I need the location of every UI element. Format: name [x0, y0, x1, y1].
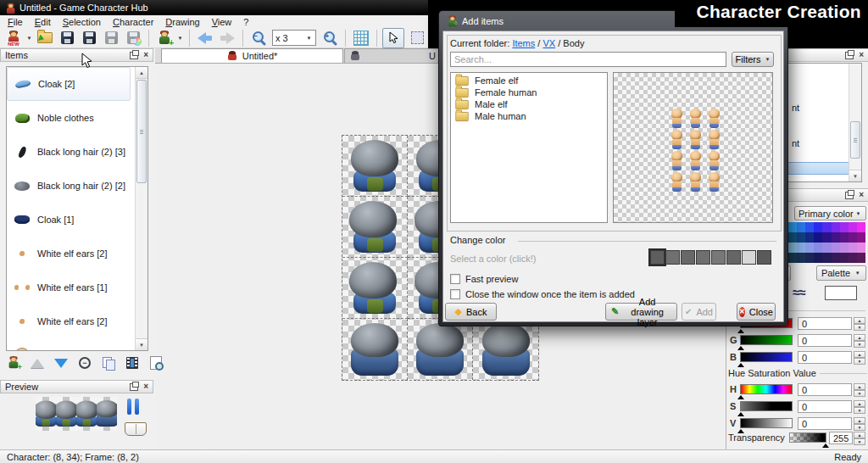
add-drawing-layer-button[interactable]: ✎ Add drawing layer — [605, 303, 677, 321]
color-swatch[interactable] — [665, 250, 680, 265]
palette-color[interactable] — [822, 253, 831, 263]
new-dropdown-caret[interactable]: ▼ — [25, 36, 33, 41]
breadcrumb-link-items[interactable]: Items — [512, 38, 535, 48]
item-row[interactable]: White elf ears [1] — [7, 271, 134, 304]
new-character-button[interactable]: NEW — [3, 29, 24, 47]
palette-color[interactable] — [832, 232, 840, 243]
menu-item[interactable]: Drawing — [159, 16, 205, 28]
palette-color[interactable] — [797, 243, 805, 253]
float-panel-icon[interactable] — [845, 52, 854, 59]
palette-color[interactable] — [832, 243, 840, 253]
scroll-up-icon[interactable]: ▲ — [136, 67, 147, 79]
zoom-out-button[interactable]: − — [248, 29, 269, 47]
palette-color[interactable] — [797, 253, 805, 263]
current-color-swatch[interactable] — [825, 286, 857, 300]
slider-marker[interactable] — [737, 412, 744, 416]
slider-bar[interactable] — [740, 384, 793, 394]
palette-color[interactable] — [788, 232, 797, 243]
menu-item[interactable]: Edit — [29, 16, 57, 28]
slider-value[interactable]: 0 — [798, 317, 852, 330]
back-button[interactable]: ◆ Back — [445, 303, 497, 321]
palette-color[interactable] — [840, 222, 849, 232]
zoom-in-button[interactable]: + — [320, 29, 340, 47]
spinner[interactable]: ▲▼ — [854, 334, 865, 348]
palette-color[interactable] — [849, 232, 857, 243]
frames-button[interactable] — [124, 354, 141, 371]
close-panel-icon[interactable]: × — [859, 51, 864, 59]
export-button[interactable] — [123, 29, 143, 47]
slider-marker[interactable] — [822, 443, 829, 448]
move-item-down-button[interactable] — [53, 354, 70, 371]
filters-button[interactable]: Filters ▼ — [732, 52, 774, 67]
slider-value[interactable]: 0 — [798, 383, 852, 396]
float-panel-icon[interactable] — [845, 192, 854, 199]
item-row[interactable]: Black long hair (2) [3] — [7, 135, 134, 169]
color-swatch[interactable] — [742, 250, 756, 265]
palette-color[interactable] — [805, 232, 814, 243]
tool-cursor[interactable] — [382, 28, 404, 48]
breadcrumb-link-vx[interactable]: VX — [542, 38, 555, 48]
add-item-button[interactable]: + — [5, 354, 22, 371]
palette-color[interactable] — [814, 243, 822, 253]
palette-color[interactable] — [840, 243, 849, 253]
spinner[interactable]: ▲▼ — [854, 351, 865, 365]
spinner[interactable]: ▲▼ — [854, 417, 865, 431]
palette-color[interactable] — [797, 232, 805, 243]
folder-list[interactable]: Female elf Female human Male elf Male hu… — [450, 72, 608, 223]
slider-bar[interactable] — [740, 401, 793, 411]
add-character-caret[interactable]: ▼ — [176, 36, 184, 41]
spinner[interactable]: ▲▼ — [854, 383, 865, 397]
close-panel-icon[interactable]: × — [143, 382, 148, 391]
primary-color-select[interactable]: Primary color ▼ — [794, 206, 866, 220]
float-panel-icon[interactable] — [130, 52, 138, 59]
save-all-button[interactable] — [101, 29, 121, 47]
palette-color[interactable] — [814, 232, 822, 243]
palette-color[interactable] — [822, 243, 831, 253]
transparency-slider[interactable] — [789, 432, 826, 443]
items-list[interactable]: ▲ ▼ Cloak [2] Noble clothes Black long h… — [6, 66, 148, 351]
palette-color[interactable] — [805, 222, 814, 232]
item-row[interactable]: Cloak [1] — [7, 203, 134, 237]
scrollbar-thumb[interactable] — [850, 121, 860, 159]
slider-value[interactable]: 0 — [798, 351, 852, 364]
grid-toggle-button[interactable] — [351, 29, 371, 47]
close-panel-icon[interactable]: × — [143, 51, 148, 59]
palette-color[interactable] — [840, 232, 849, 243]
item-row[interactable]: White elf ears [2] — [7, 304, 134, 338]
duplicate-item-button[interactable] — [100, 354, 117, 371]
item-row[interactable]: Cloak [2] — [7, 67, 131, 101]
palette-color[interactable] — [805, 253, 814, 263]
slider-marker[interactable] — [737, 329, 744, 333]
slider-value[interactable]: 0 — [798, 334, 852, 347]
layer-item-text[interactable]: nt — [792, 103, 799, 113]
checkbox-row[interactable]: Close the window once the item is added — [450, 289, 635, 299]
color-swatch[interactable] — [681, 250, 695, 265]
save-button[interactable] — [57, 29, 77, 47]
palette-color[interactable] — [822, 222, 831, 232]
remove-item-button[interactable]: − — [76, 354, 93, 371]
book-icon[interactable] — [125, 422, 147, 436]
transparency-value[interactable]: 255 — [829, 432, 853, 444]
layer-item-text[interactable]: nt — [792, 138, 799, 148]
gradient-wave-icon[interactable]: ≈≈ — [793, 285, 804, 299]
palette-color[interactable] — [849, 253, 857, 263]
slider-bar[interactable] — [740, 418, 793, 428]
spinner[interactable]: ▲▼ — [854, 432, 865, 445]
checkbox[interactable] — [450, 274, 460, 284]
palette-color[interactable] — [814, 253, 822, 263]
palette-color[interactable] — [857, 222, 865, 232]
save-as-button[interactable] — [79, 29, 99, 47]
scroll-down-icon[interactable]: ▼ — [136, 338, 147, 350]
sheet-cell[interactable] — [342, 197, 408, 258]
slider-value[interactable]: 0 — [798, 417, 852, 430]
color-swatch[interactable] — [757, 250, 771, 265]
folder-row[interactable]: Female human — [451, 86, 607, 98]
inspect-item-button[interactable] — [147, 354, 164, 371]
palette-color[interactable] — [840, 253, 849, 263]
color-swatch[interactable] — [650, 250, 665, 265]
color-swatch[interactable] — [726, 250, 741, 265]
close-button[interactable]: ✕ Close — [737, 303, 776, 321]
sheet-cell[interactable] — [473, 319, 538, 380]
layers-scrollbar[interactable]: ▼ — [849, 64, 861, 181]
add-character-button[interactable]: + — [154, 29, 175, 47]
